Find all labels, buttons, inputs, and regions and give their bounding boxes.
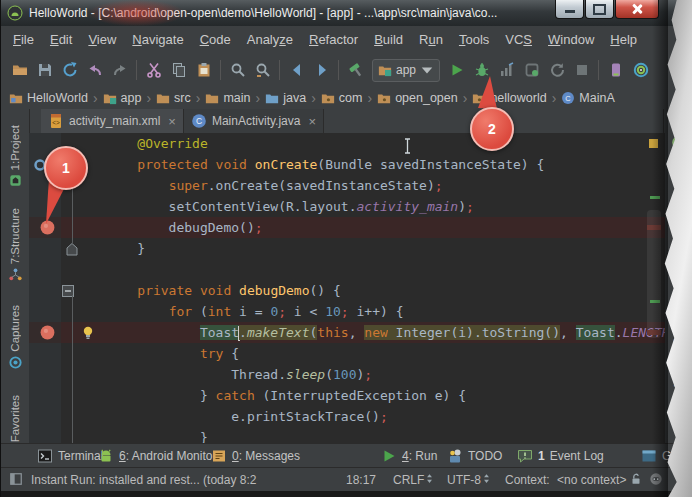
tab-close-icon[interactable]: × xyxy=(168,114,176,129)
maximize-button[interactable] xyxy=(585,0,614,19)
tool-button-1-project[interactable]: 1:Project xyxy=(1,125,29,188)
menu-view[interactable]: View xyxy=(80,32,124,47)
breadcrumb-app[interactable]: app xyxy=(103,91,142,105)
fold-gutter[interactable] xyxy=(61,364,106,385)
gutter[interactable] xyxy=(29,259,61,280)
redo-button[interactable] xyxy=(107,58,132,82)
code-line[interactable]: for (int i = 0; i < 10; i++) { xyxy=(29,301,665,322)
cut-button[interactable] xyxy=(141,58,166,82)
fold-gutter[interactable] xyxy=(61,280,106,301)
fold-gutter[interactable] xyxy=(61,322,106,343)
menu-vcs[interactable]: VCS xyxy=(497,32,540,47)
code-line[interactable]: @Override xyxy=(29,133,665,154)
fold-gutter[interactable] xyxy=(61,301,106,322)
toolwindow-button-todo[interactable]: TODO xyxy=(447,444,502,468)
lock-icon[interactable] xyxy=(629,472,643,489)
fold-gutter[interactable] xyxy=(61,238,106,259)
open-folder-button[interactable] xyxy=(7,58,32,82)
fold-gutter[interactable] xyxy=(61,343,106,364)
stop-button[interactable] xyxy=(569,58,594,82)
fold-gutter[interactable] xyxy=(61,385,106,406)
toolwindow-button-run[interactable]: 4: Run xyxy=(381,444,437,468)
encoding-selector[interactable]: UTF-8 xyxy=(447,473,490,487)
tab-MainActivity.java[interactable]: CMainActivity.java× xyxy=(184,109,324,133)
toolwindow-button-terminal[interactable]: Terminal xyxy=(37,444,103,468)
breakpoint-icon[interactable] xyxy=(39,324,56,341)
code-line[interactable]: } xyxy=(29,427,665,443)
fold-gutter[interactable] xyxy=(61,217,106,238)
breadcrumb-src[interactable]: src xyxy=(156,91,191,105)
undo-button[interactable] xyxy=(82,58,107,82)
menu-run[interactable]: Run xyxy=(411,32,451,47)
code-line[interactable]: Toast.makeText(this, new Integer(i).toSt… xyxy=(29,322,665,343)
code-line[interactable]: e.printStackTrace(); xyxy=(29,406,665,427)
menu-tools[interactable]: Tools xyxy=(451,32,497,47)
run-configuration-dropdown[interactable]: app xyxy=(372,59,440,82)
gutter[interactable] xyxy=(29,322,61,343)
menu-help[interactable]: Help xyxy=(602,32,645,47)
code-line[interactable]: } catch (InterruptedException e) { xyxy=(29,385,665,406)
save-all-button[interactable] xyxy=(32,58,57,82)
paste-button[interactable] xyxy=(191,58,216,82)
menu-edit[interactable]: Edit xyxy=(42,32,80,47)
code-editor[interactable]: @Override protected void onCreate(Bundle… xyxy=(29,133,665,443)
forward-button[interactable] xyxy=(309,58,334,82)
breadcrumb-com[interactable]: com xyxy=(321,91,363,105)
breadcrumb-helloworld[interactable]: HelloWorld xyxy=(9,91,88,105)
menu-code[interactable]: Code xyxy=(192,32,239,47)
menu-file[interactable]: File xyxy=(5,32,42,47)
fold-gutter[interactable] xyxy=(61,427,106,443)
menu-navigate[interactable]: Navigate xyxy=(124,32,191,47)
toolwindow-button-messages[interactable]: 0: Messages xyxy=(211,444,300,468)
caret-position[interactable]: 18:17 xyxy=(346,473,376,487)
code-line[interactable]: super.onCreate(savedInstanceState); xyxy=(29,175,665,196)
code-line[interactable]: setContentView(R.layout.activity_main); xyxy=(29,196,665,217)
menu-refactor[interactable]: Refactor xyxy=(301,32,366,47)
menu-analyze[interactable]: Analyze xyxy=(239,32,301,47)
toolwindow-button-event-log[interactable]: 1Event Log xyxy=(517,444,604,468)
context-value[interactable]: <no context> xyxy=(557,473,626,487)
intention-bulb-icon[interactable] xyxy=(80,325,96,341)
build-hammer-button[interactable] xyxy=(343,58,368,82)
gutter[interactable] xyxy=(29,238,61,259)
gutter[interactable] xyxy=(29,427,61,443)
breadcrumb-open_open[interactable]: open_open xyxy=(377,91,458,105)
fold-gutter[interactable] xyxy=(61,196,106,217)
gutter[interactable] xyxy=(29,364,61,385)
code-line[interactable]: protected void onCreate(Bundle savedInst… xyxy=(29,154,665,175)
code-line[interactable]: private void debugDemo() { xyxy=(29,280,665,301)
replace-button[interactable] xyxy=(250,58,275,82)
code-line[interactable]: Thread.sleep(100); xyxy=(29,364,665,385)
copy-button[interactable] xyxy=(166,58,191,82)
tab-activity_main.xml[interactable]: <>activity_main.xml× xyxy=(41,109,184,133)
gutter[interactable] xyxy=(29,343,61,364)
sdk-manager-button[interactable] xyxy=(628,58,653,82)
gutter[interactable] xyxy=(29,280,61,301)
attach-debugger-button[interactable] xyxy=(519,58,544,82)
code-line[interactable]: debugDemo(); xyxy=(29,217,665,238)
gutter[interactable] xyxy=(29,301,61,322)
sync-button[interactable] xyxy=(57,58,82,82)
tab-close-icon[interactable]: × xyxy=(308,114,316,129)
menu-window[interactable]: Window xyxy=(540,32,602,47)
breadcrumb-maina[interactable]: CMainA xyxy=(561,91,614,105)
code-line[interactable] xyxy=(29,259,665,280)
fold-gutter[interactable] xyxy=(61,406,106,427)
code-line[interactable]: try { xyxy=(29,343,665,364)
back-button[interactable] xyxy=(284,58,309,82)
gutter[interactable] xyxy=(29,406,61,427)
tool-button-7-structure[interactable]: 7:Structure xyxy=(1,208,29,282)
run-button[interactable] xyxy=(444,58,469,82)
code-line[interactable]: } xyxy=(29,238,665,259)
find-button[interactable] xyxy=(225,58,250,82)
minimize-button[interactable] xyxy=(555,0,584,19)
avd-manager-button[interactable] xyxy=(603,58,628,82)
tool-button-favorites[interactable]: Favorites xyxy=(1,395,29,443)
title-bar[interactable]: HelloWorld - [C:\android\open-open\demo\… xyxy=(1,0,692,26)
tool-button-captures[interactable]: Captures xyxy=(1,305,29,370)
toolwindow-button-android-monitor[interactable]: 6: Android Monitor xyxy=(98,444,216,468)
line-ending-selector[interactable]: CRLF xyxy=(393,473,433,487)
breadcrumb-main[interactable]: main xyxy=(205,91,250,105)
toolwindow-toggle-icon[interactable] xyxy=(9,472,23,489)
fold-gutter[interactable] xyxy=(61,259,106,280)
